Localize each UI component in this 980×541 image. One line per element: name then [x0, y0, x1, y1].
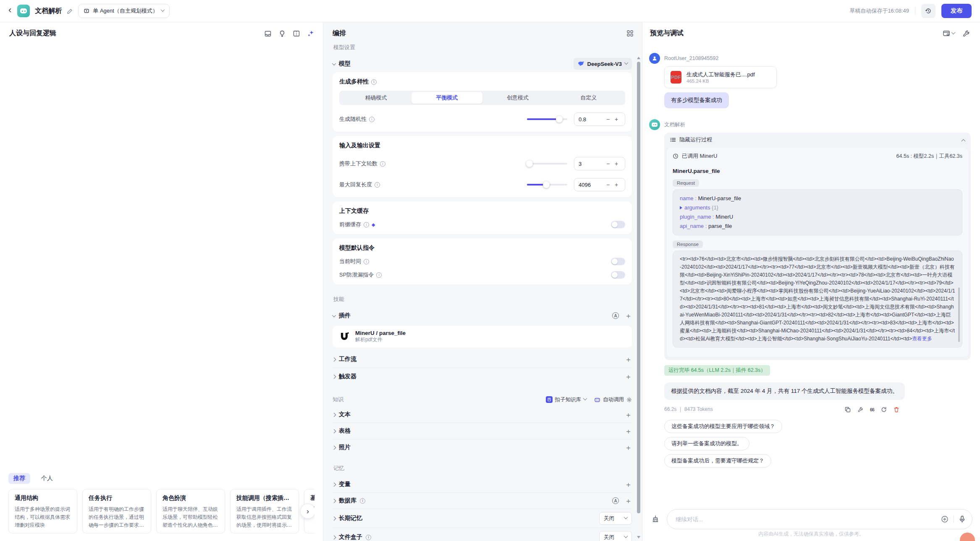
photo-knowledge-toggle[interactable]: 照片 — [333, 444, 351, 451]
suggestion-chip[interactable]: 模型备案成功后，需要遵守哪些规定？ — [664, 454, 771, 468]
sp-leak-toggle[interactable] — [611, 271, 625, 279]
database-section-toggle[interactable]: 数据库i — [333, 497, 365, 504]
randomness-label: 生成随机性 — [339, 115, 367, 123]
context-rounds-slider[interactable] — [527, 163, 567, 165]
template-card[interactable]: 角色扮演适用于聊天陪伴、互动娱乐场景，可帮助模型轻松塑造个性化的人物角色… — [156, 489, 225, 533]
model-selector[interactable]: DeepSeek-V3 — [574, 58, 632, 70]
mode-precise[interactable]: 精确模式 — [341, 92, 411, 104]
add-photo-knowledge-button[interactable]: ＋ — [625, 444, 632, 451]
layout-grid-icon[interactable] — [626, 30, 634, 37]
agent-ide-page: ‹ 文档解析 单 Agent（自主规划模式） 草稿自动保存于16:08:49 发… — [0, 0, 980, 541]
mode-creative[interactable]: 创意模式 — [482, 92, 553, 104]
file-size: 465.24 KB — [687, 78, 709, 84]
wrench-icon[interactable] — [962, 30, 970, 37]
expand-triangle-icon — [680, 206, 682, 209]
skills-label: 技能 — [333, 295, 632, 303]
mode-balanced[interactable]: 平衡模式 — [411, 92, 482, 104]
randomness-stepper[interactable]: 0.8−+ — [574, 112, 625, 126]
plugin-item-mineru[interactable]: MinerU / parse_file解析pdf文件 — [333, 326, 632, 348]
microphone-icon[interactable] — [959, 515, 965, 523]
persona-panel: 人设与回复逻辑 推荐 个人 通用结构适用于多种场景的提示词结构，可以根据具体需求… — [0, 22, 323, 541]
chat-input-area — [642, 509, 980, 529]
attach-plus-icon[interactable] — [941, 515, 949, 523]
chat-input-wrapper — [667, 509, 972, 529]
back-icon[interactable]: ‹ — [8, 5, 12, 16]
suggestion-chip[interactable]: 这些备案成功的模型主要应用于哪些领域？ — [664, 420, 782, 433]
suggestion-chip[interactable]: 请列举一些备案成功的模型。 — [664, 437, 749, 450]
add-text-knowledge-button[interactable]: ＋ — [625, 411, 632, 418]
trigger-section-toggle[interactable]: 触发器 — [333, 373, 356, 380]
view-more-link[interactable]: 查看更多 — [912, 336, 932, 342]
tab-personal[interactable]: 个人 — [36, 473, 58, 484]
run-complete-badge: 运行完毕 64.5s（LLM 2.2s｜插件 62.3s） — [664, 365, 770, 376]
ai-sparkle-icon[interactable] — [307, 30, 314, 37]
minus-button: − — [604, 181, 612, 188]
lightbulb-icon[interactable] — [278, 30, 286, 37]
add-variable-button[interactable]: ＋ — [625, 481, 632, 488]
agent-mode-dropdown[interactable]: 单 Agent（自主规划模式） — [78, 4, 170, 18]
scrollbar-thumb — [637, 62, 640, 513]
table-knowledge-toggle[interactable]: 表格 — [333, 427, 351, 435]
arguments-expander[interactable]: arguments {1} — [680, 203, 955, 212]
debug-wrench-icon[interactable] — [857, 407, 863, 413]
add-plugin-button[interactable]: ＋ — [625, 312, 632, 319]
template-next-button[interactable]: › — [300, 504, 314, 519]
template-card[interactable]: 任务执行适用于有明确的工作步骤的任务执行场景，通过明确每一步骤的工作要求… — [82, 489, 151, 533]
hide-process-toggle[interactable]: 隐藏运行过程 — [664, 133, 971, 147]
mode-custom[interactable]: 自定义 — [553, 92, 624, 104]
template-card[interactable]: 技能调用（搜索插…适用于调用插件、工作流获取信息并按照格式回复的场景，使用时将提… — [230, 489, 299, 533]
auto-invoke-icon[interactable]: A — [612, 497, 619, 504]
debug-settings-dropdown[interactable] — [943, 30, 955, 37]
knowledge-source-dropdown[interactable]: 扣子知识库 — [546, 396, 587, 403]
add-trigger-button[interactable]: ＋ — [625, 373, 632, 380]
text-knowledge-toggle[interactable]: 文本 — [333, 411, 351, 418]
mineru-logo-icon — [338, 331, 350, 342]
randomness-slider[interactable] — [527, 118, 567, 120]
sp-leak-label: SP防泄漏指令 — [339, 271, 374, 279]
template-card[interactable]: 通用结构适用于多种场景的提示词结构，可以根据具体需求增删对应模块 — [8, 489, 77, 533]
plus-button: + — [612, 116, 621, 123]
longterm-memory-toggle[interactable]: 长期记忆 — [333, 515, 362, 522]
info-icon: i — [360, 498, 365, 504]
auto-invoke-icon[interactable]: A — [612, 312, 619, 319]
max-length-slider[interactable] — [527, 184, 567, 186]
clear-context-button[interactable] — [648, 512, 663, 526]
scrollbar[interactable] — [636, 57, 641, 538]
add-workflow-button[interactable]: ＋ — [625, 356, 632, 363]
persona-editor-area[interactable] — [0, 42, 323, 473]
longterm-memory-select[interactable]: 关闭 — [599, 512, 632, 525]
current-time-toggle[interactable] — [611, 258, 625, 265]
filebox-select[interactable]: 关闭 — [599, 531, 632, 541]
prefix-cache-toggle[interactable] — [611, 221, 625, 228]
quote-icon[interactable]: 66 — [870, 407, 874, 412]
edit-title-icon[interactable] — [67, 8, 73, 14]
attached-file-card[interactable]: PDF 生成式人工智能服务已....pdf465.24 KB — [664, 66, 777, 88]
knowledge-auto-setting[interactable]: 自动调用 — [594, 396, 632, 403]
max-length-label: 最大回复长度 — [339, 181, 372, 188]
model-section-toggle[interactable]: 模型 — [333, 60, 351, 68]
context-rounds-stepper[interactable]: 3−+ — [574, 157, 625, 170]
chat-input[interactable] — [676, 516, 941, 523]
delete-icon[interactable] — [894, 407, 899, 413]
split-view-icon[interactable] — [293, 30, 300, 37]
history-button[interactable] — [921, 4, 935, 18]
io-settings-title: 输入及输出设置 — [339, 142, 625, 149]
variable-section-toggle[interactable]: 变量 — [333, 481, 351, 488]
diversity-card: 生成多样性i 精确模式 平衡模式 创意模式 自定义 生成随机性i 0.8−+ — [333, 72, 632, 132]
plugin-section-toggle[interactable]: 插件 — [333, 312, 351, 319]
max-length-stepper[interactable]: 4096−+ — [574, 178, 625, 191]
tab-recommend[interactable]: 推荐 — [8, 473, 30, 484]
workflow-section-toggle[interactable]: 工作流 — [333, 355, 356, 363]
add-table-knowledge-button[interactable]: ＋ — [625, 428, 632, 435]
copy-icon[interactable] — [845, 407, 851, 413]
response-scrollbar-thumb[interactable] — [958, 287, 960, 342]
robot-icon — [594, 397, 600, 403]
info-icon: i — [369, 117, 375, 122]
import-icon[interactable] — [264, 30, 272, 37]
regenerate-icon[interactable] — [881, 407, 887, 413]
model-name: DeepSeek-V3 — [587, 61, 622, 67]
add-database-button[interactable]: ＋ — [625, 497, 632, 504]
filebox-section-toggle[interactable]: 文件盒子i — [333, 533, 371, 541]
publish-button[interactable]: 发布 — [941, 4, 972, 18]
info-icon: i — [376, 272, 382, 278]
